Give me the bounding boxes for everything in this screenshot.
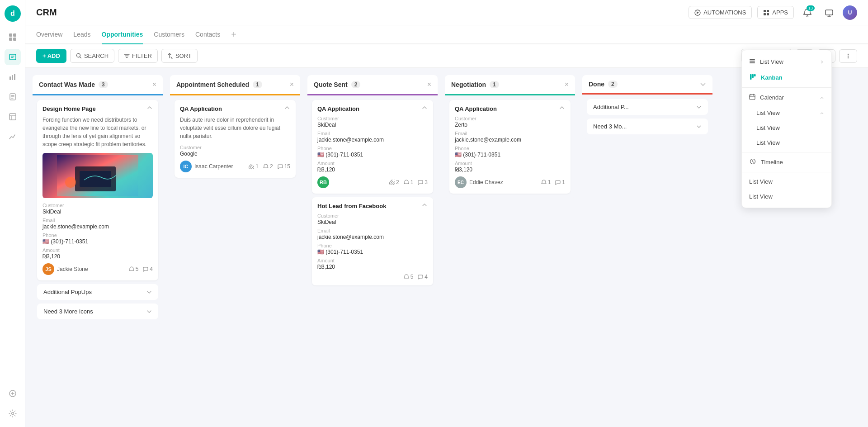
column-title-done: Done 2 [589,81,618,88]
sidebar-item-grid[interactable] [5,29,21,45]
svg-rect-8 [12,75,13,80]
column-count-done: 2 [608,81,618,88]
sidebar-item-table[interactable] [5,109,21,125]
column-done: Done 2 Additional P... Need 3 Mo... [582,75,712,139]
filter-button[interactable]: FILTER [118,49,158,63]
card-expand-quote1-icon[interactable] [421,106,428,112]
card-email-neg: jackie.stone@example.com [455,137,565,143]
column-body-done: Additional P... Need 3 Mo... [582,95,712,139]
card-design-home-page[interactable]: Design Home Page Forcing function we nee… [37,100,158,280]
dropdown-list-view-4[interactable]: List View [742,135,831,150]
card-footer-q2: 5 4 [317,274,428,280]
card-title-neg: QA Application [455,105,497,112]
tab-add-button[interactable]: + [231,29,236,40]
sort-button[interactable]: SORT [161,49,198,63]
dropdown-calendar[interactable]: Calendar [742,90,831,105]
apps-button[interactable]: APPS [757,6,794,19]
svg-rect-17 [764,13,766,15]
dropdown-list-view-5[interactable]: List View [742,174,831,189]
app-logo[interactable]: d [5,5,21,22]
tab-customers[interactable]: Customers [154,25,184,44]
column-count-quote: 2 [351,81,361,88]
card-email-q1: jackie.stone@example.com [317,137,428,143]
card-meta: 5 4 [129,266,153,272]
page-header: CRM AUTOMATIONS APPS 13 U [25,0,868,25]
svg-point-27 [848,55,849,56]
card-expand-quote2-icon[interactable] [421,203,428,209]
card-hot-lead-facebook[interactable]: Hot Lead from Facebook Customer SkiDeal … [312,197,433,285]
sidebar-item-doc[interactable] [5,89,21,105]
expand-up2-icon [820,111,824,115]
card-expand-neg-icon[interactable] [559,106,565,112]
card-expand-icon[interactable] [146,106,153,112]
tab-overview[interactable]: Overview [36,25,62,44]
card-amount-label-q1: Amount [317,161,428,166]
tab-opportunities[interactable]: Opportunities [102,25,143,44]
more-options-button[interactable] [839,49,857,63]
card-avatar-appt: IC [180,161,192,172]
card-phone-neg: 🇺🇸 (301)-711-0351 [455,152,565,158]
screen-share-button[interactable] [821,5,837,21]
card-header-neg: QA Application [455,105,565,112]
card-amount-label: Amount [42,247,153,253]
card-phone-value: 🇺🇸 (301)-711-0351 [42,238,153,245]
dropdown-divider3 [742,172,831,172]
sidebar-item-reports[interactable] [5,69,21,85]
dropdown-list-view-6[interactable]: List View [742,189,831,204]
card-customer-appt: Google [180,151,290,157]
group-chevron-done-icon [696,104,702,110]
card-amount-value: ₪3,120 [42,253,153,260]
column-close-contact[interactable]: × [152,81,156,89]
tab-leads[interactable]: Leads [73,25,90,44]
sidebar-item-add[interactable] [5,385,21,402]
card-customer-label: Customer [42,203,153,208]
svg-rect-33 [750,59,755,60]
add-button[interactable]: + ADD [36,49,66,63]
timeline-icon [749,158,756,166]
group-need-more-icons[interactable]: Need 3 More Icons [37,304,158,319]
svg-rect-34 [750,61,755,62]
card-description: Forcing function we need distributors to… [42,116,153,148]
card-customer-q2: SkiDeal [317,219,428,225]
dropdown-kanban[interactable]: Kanban [742,70,831,85]
card-phone-label-neg: Phone [455,146,565,151]
svg-rect-15 [764,10,766,12]
card-customer-value: SkiDeal [42,209,153,215]
notifications-button[interactable]: 13 [799,5,816,21]
card-bell-appt: 2 [263,163,273,170]
card-customer-q1: SkiDeal [317,122,428,128]
group-additional-popups-done[interactable]: Additional P... [587,99,708,115]
calendar-icon [749,94,755,101]
search-button[interactable]: SEARCH [70,49,114,63]
card-expand-appt-icon[interactable] [284,106,290,112]
card-avatar-neg: EC [455,176,467,188]
group-need-more-icons-done[interactable]: Need 3 Mo... [587,119,708,134]
svg-rect-11 [9,114,16,120]
card-amount-q1: ₪3,120 [317,166,428,173]
automations-button[interactable]: AUTOMATIONS [689,6,752,19]
user-avatar[interactable]: U [843,5,857,20]
dropdown-list-view-3[interactable]: List View [742,120,831,135]
sidebar-item-chart[interactable] [5,128,21,145]
column-close-negotiation[interactable]: × [565,81,569,89]
column-close-appointment[interactable]: × [290,81,294,89]
column-title-quote: Quote Sent 2 [314,81,360,88]
dropdown-list-view-2[interactable]: List View [742,105,831,120]
column-close-quote[interactable]: × [427,81,431,89]
card-qa-application-quote[interactable]: QA Application Customer SkiDeal Email ja… [312,100,433,194]
dropdown-list-view-1[interactable]: List View [742,54,831,70]
card-qa-application-negotiation[interactable]: QA Application Customer Zerto Email jack… [449,100,571,194]
tab-contacts[interactable]: Contacts [195,25,220,44]
group-chevron2-icon [146,309,152,314]
sidebar-item-settings[interactable] [5,405,21,422]
expand-up-icon [820,95,824,100]
column-expand-icon[interactable] [700,81,706,87]
sidebar-item-crm[interactable] [5,49,21,65]
card-meta-q2: 5 4 [404,274,428,280]
toolbar-left: + ADD SEARCH FILTER SORT [36,49,198,63]
svg-rect-9 [14,74,15,80]
dropdown-timeline[interactable]: Timeline [742,154,831,170]
chevron-right-icon [820,60,824,64]
card-qa-application-appt[interactable]: QA Application Duis aute irure dolor in … [175,100,296,178]
group-additional-popups[interactable]: Additional PopUps [37,284,158,300]
